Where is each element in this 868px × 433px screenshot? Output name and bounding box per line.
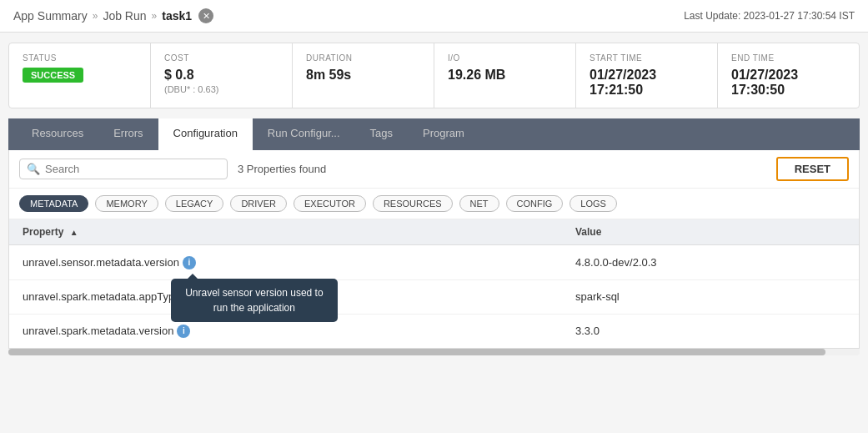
col-header-value: Value [562, 219, 859, 245]
sort-icon: ▲ [70, 228, 78, 237]
breadcrumb-sep2: » [152, 10, 158, 22]
tab-bar: Resources Errors Configuration Run Confi… [8, 118, 860, 150]
chip-legacy[interactable]: LEGACY [165, 195, 224, 212]
stat-io-label: I/O [448, 53, 562, 63]
breadcrumb-job-run[interactable]: Job Run [103, 9, 146, 23]
breadcrumb-current: task1 [162, 9, 192, 23]
stat-start-time: START TIME 01/27/2023 17:21:50 [576, 43, 718, 108]
last-update-value: 2023-01-27 17:30:54 IST [744, 10, 855, 22]
scrollbar[interactable] [8, 349, 860, 355]
stats-bar: STATUS SUCCESS COST $ 0.8 (DBU* : 0.63) … [8, 43, 860, 108]
stat-status-label: STATUS [23, 53, 137, 63]
table-row: unravel.spark.metadata.version i 3.3.0 [9, 314, 859, 348]
stat-status: STATUS SUCCESS [9, 43, 151, 108]
stat-duration: DURATION 8m 59s [293, 43, 434, 108]
stat-cost: COST $ 0.8 (DBU* : 0.63) [151, 43, 293, 108]
stat-end-label: END TIME [731, 53, 845, 63]
table-row: unravel.sensor.metadata.version i Unrave… [9, 245, 859, 280]
table-row: unravel.spark.metadata.appType i spark-s… [9, 279, 859, 314]
property-cell: unravel.sensor.metadata.version i Unrave… [9, 245, 562, 280]
breadcrumb: App Summary » Job Run » task1 ✕ [13, 8, 213, 23]
reset-button[interactable]: RESET [776, 157, 849, 181]
tab-program[interactable]: Program [408, 118, 479, 150]
stat-io: I/O 19.26 MB [434, 43, 576, 108]
stat-io-value: 19.26 MB [448, 68, 562, 83]
property-name: unravel.sensor.metadata.version [23, 256, 179, 269]
stat-end-time: END TIME 01/27/2023 17:30:50 [718, 43, 859, 108]
tab-resources[interactable]: Resources [17, 118, 98, 150]
stat-cost-sub: (DBU* : 0.63) [164, 84, 278, 94]
search-bar: 🔍 3 Properties found RESET [9, 150, 859, 189]
stat-start-value: 01/27/2023 17:21:50 [590, 68, 704, 98]
stat-duration-value: 8m 59s [306, 68, 420, 83]
scrollbar-thumb [8, 349, 825, 355]
chip-net[interactable]: NET [459, 195, 499, 212]
chip-memory[interactable]: MEMORY [95, 195, 158, 212]
close-button[interactable]: ✕ [198, 8, 213, 23]
chip-metadata[interactable]: METADATA [19, 195, 88, 212]
tab-errors[interactable]: Errors [98, 118, 158, 150]
properties-table: Property ▲ Value unravel.sensor.metadata… [9, 219, 859, 348]
search-input-wrap[interactable]: 🔍 [19, 159, 228, 179]
value-cell: spark-sql [562, 279, 859, 314]
tab-configuration[interactable]: Configuration [158, 118, 253, 150]
stat-cost-value: $ 0.8 [164, 68, 278, 83]
tab-run-config[interactable]: Run Configur... [253, 118, 355, 150]
breadcrumb-app-summary[interactable]: App Summary [13, 9, 88, 23]
info-icon[interactable]: i [183, 256, 196, 269]
value-cell: 4.8.0.0-dev/2.0.3 [562, 245, 859, 280]
chip-driver[interactable]: DRIVER [230, 195, 287, 212]
breadcrumb-sep1: » [93, 10, 98, 22]
tooltip-box: Unravel sensor version used to run the a… [171, 279, 338, 322]
table-header-row: Property ▲ Value [9, 219, 859, 245]
search-input[interactable] [45, 163, 220, 175]
header: App Summary » Job Run » task1 ✕ Last Upd… [0, 0, 868, 33]
chip-resources[interactable]: RESOURCES [373, 195, 453, 212]
filter-chips: METADATA MEMORY LEGACY DRIVER EXECUTOR R… [9, 189, 859, 219]
last-update: Last Update: 2023-01-27 17:30:54 IST [684, 10, 855, 22]
tooltip-container: i Unravel sensor version used to run the… [179, 255, 196, 269]
search-icon: 🔍 [27, 163, 40, 175]
property-name: unravel.spark.metadata.appType [23, 290, 180, 303]
last-update-label: Last Update: [684, 10, 740, 22]
content-area: 🔍 3 Properties found RESET METADATA MEMO… [8, 150, 860, 349]
info-icon[interactable]: i [177, 325, 190, 338]
stat-end-value: 01/27/2023 17:30:50 [731, 68, 845, 98]
chip-logs[interactable]: LOGS [569, 195, 617, 212]
chip-config[interactable]: CONFIG [506, 195, 564, 212]
stat-cost-label: COST [164, 53, 278, 63]
stat-start-label: START TIME [590, 53, 704, 63]
property-name: unravel.spark.metadata.version [23, 325, 173, 337]
col-header-property: Property ▲ [9, 219, 562, 245]
value-cell: 3.3.0 [562, 314, 859, 348]
chip-executor[interactable]: EXECUTOR [294, 195, 366, 212]
tab-tags[interactable]: Tags [355, 118, 408, 150]
found-count: 3 Properties found [238, 163, 766, 175]
stat-duration-label: DURATION [306, 53, 420, 63]
status-badge: SUCCESS [23, 68, 83, 83]
